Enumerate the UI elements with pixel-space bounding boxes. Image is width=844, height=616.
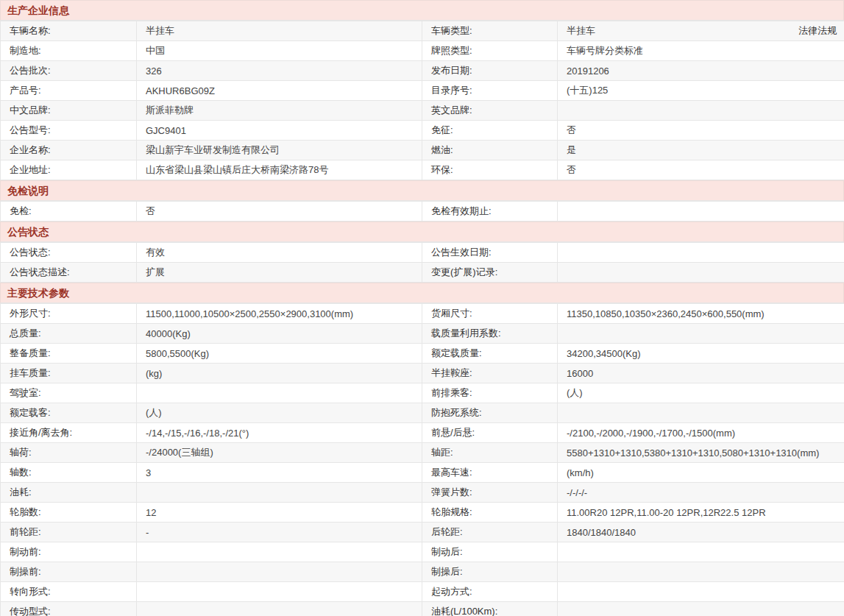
field-value: -/14,-/15,-/16,-/18,-/21(°) (137, 423, 422, 443)
section-announcement-status: 公告状态 公告状态:有效公告生效日期:公告状态描述:扩展变更(扩展)记录: (0, 222, 844, 283)
field-label: 前排乘客: (422, 383, 558, 403)
field-value: 12 (137, 503, 422, 523)
field-label: 免检有效期止: (422, 202, 558, 222)
field-label: 制造地: (1, 41, 137, 61)
field-value: 11.00R20 12PR,11.00-20 12PR,12R22.5 12PR (558, 503, 844, 523)
field-label: 变更(扩展)记录: (422, 263, 558, 283)
field-label: 防抱死系统: (422, 403, 558, 423)
table-row: 接近角/离去角:-/14,-/15,-/16,-/18,-/21(°)前悬/后悬… (1, 423, 844, 443)
table-row: 整备质量:5800,5500(Kg)额定载质量:34200,34500(Kg) (1, 344, 844, 364)
field-value: 否 (558, 121, 844, 141)
field-value (137, 483, 422, 503)
field-label: 车辆类型: (422, 21, 558, 41)
technical-parameters-table: 外形尺寸:11500,11000,10500×2500,2550×2900,31… (0, 303, 844, 616)
field-label: 货厢尺寸: (422, 304, 558, 324)
field-value: 11350,10850,10350×2360,2450×600,550(mm) (558, 304, 844, 324)
field-label: 公告批次: (1, 61, 137, 81)
table-row: 外形尺寸:11500,11000,10500×2500,2550×2900,31… (1, 304, 844, 324)
section-title-technical-parameters: 主要技术参数 (0, 283, 844, 303)
field-label: 油耗(L/100Km): (422, 602, 558, 616)
field-value (558, 562, 844, 582)
field-value: 34200,34500(Kg) (558, 344, 844, 364)
field-value (558, 243, 844, 263)
field-value: 梁山新宇车业研发制造有限公司 (137, 141, 422, 160)
field-value (558, 582, 844, 602)
field-value (137, 582, 422, 602)
table-row: 传动型式:油耗(L/100Km): (1, 602, 844, 616)
field-value: 山东省梁山县梁山镇后庄大桥南梁济路78号 (137, 160, 422, 180)
field-value: 326 (137, 61, 422, 81)
field-value: 有效 (137, 243, 422, 263)
table-row: 公告状态:有效公告生效日期: (1, 243, 844, 263)
field-value (558, 324, 844, 344)
field-value: 扩展 (137, 263, 422, 283)
field-value (558, 542, 844, 562)
table-row: 免检:否免检有效期止: (1, 202, 844, 222)
field-label: 制动后: (422, 542, 558, 562)
field-label: 载质量利用系数: (422, 324, 558, 344)
table-row: 产品号:AKHUR6BG09Z目录序号:(十五)125 (1, 81, 844, 101)
field-value: 40000(Kg) (137, 324, 422, 344)
table-row: 挂车质量:(kg)半挂鞍座:16000 (1, 364, 844, 383)
table-row: 车辆名称:半挂车车辆类型:半挂车法律法规 (1, 21, 844, 41)
field-value (558, 202, 844, 222)
field-value: 中国 (137, 41, 422, 61)
field-value: 半挂车法律法规 (558, 21, 844, 41)
table-row: 企业名称:梁山新宇车业研发制造有限公司燃油:是 (1, 141, 844, 160)
field-value: - (137, 523, 422, 542)
field-label: 目录序号: (422, 81, 558, 101)
field-label: 前悬/后悬: (422, 423, 558, 443)
table-row: 制动前:制动后: (1, 542, 844, 562)
exemption-info-table: 免检:否免检有效期止: (0, 201, 844, 222)
field-value (558, 101, 844, 121)
field-label: 环保: (422, 160, 558, 180)
field-label: 牌照类型: (422, 41, 558, 61)
table-row: 驾驶室:前排乘客:(人) (1, 383, 844, 403)
section-manufacturer-info: 生产企业信息 车辆名称:半挂车车辆类型:半挂车法律法规制造地:中国牌照类型:车辆… (0, 0, 844, 180)
field-label: 企业地址: (1, 160, 137, 180)
table-row: 轮胎数:12轮胎规格:11.00R20 12PR,11.00-20 12PR,1… (1, 503, 844, 523)
field-label: 额定载质量: (422, 344, 558, 364)
field-label: 半挂鞍座: (422, 364, 558, 383)
field-label: 制动前: (1, 542, 137, 562)
field-label: 公告生效日期: (422, 243, 558, 263)
field-value (137, 542, 422, 562)
field-label: 公告状态: (1, 243, 137, 263)
field-value (558, 263, 844, 283)
field-label: 起动方式: (422, 582, 558, 602)
field-value (137, 602, 422, 616)
field-label: 整备质量: (1, 344, 137, 364)
law-link[interactable]: 法律法规 (798, 24, 838, 38)
field-label: 中文品牌: (1, 101, 137, 121)
field-value (558, 403, 844, 423)
field-label: 轴距: (422, 443, 558, 463)
field-label: 最高车速: (422, 463, 558, 483)
field-label: 企业名称: (1, 141, 137, 160)
announcement-status-table: 公告状态:有效公告生效日期:公告状态描述:扩展变更(扩展)记录: (0, 242, 844, 283)
field-value: GJC9401 (137, 121, 422, 141)
field-label: 产品号: (1, 81, 137, 101)
field-label: 英文品牌: (422, 101, 558, 121)
field-value: (kg) (137, 364, 422, 383)
table-row: 制造地:中国牌照类型:车辆号牌分类标准 (1, 41, 844, 61)
field-label: 接近角/离去角: (1, 423, 137, 443)
field-label: 公告状态描述: (1, 263, 137, 283)
section-exemption-info: 免检说明 免检:否免检有效期止: (0, 180, 844, 222)
table-row: 额定载客:(人)防抱死系统: (1, 403, 844, 423)
field-value: 是 (558, 141, 844, 160)
table-row: 油耗:弹簧片数:-/-/-/- (1, 483, 844, 503)
field-value: (人) (558, 383, 844, 403)
field-label: 驾驶室: (1, 383, 137, 403)
field-value: AKHUR6BG09Z (137, 81, 422, 101)
field-label: 燃油: (422, 141, 558, 160)
vehicle-info-page: 生产企业信息 车辆名称:半挂车车辆类型:半挂车法律法规制造地:中国牌照类型:车辆… (0, 0, 844, 616)
field-label: 轴数: (1, 463, 137, 483)
field-value (558, 602, 844, 616)
field-value (137, 562, 422, 582)
field-label: 免检: (1, 202, 137, 222)
field-label: 传动型式: (1, 602, 137, 616)
field-label: 轴荷: (1, 443, 137, 463)
table-row: 中文品牌:斯派菲勒牌英文品牌: (1, 101, 844, 121)
field-label: 油耗: (1, 483, 137, 503)
field-value: -/2100,-/2000,-/1900,-/1700,-/1500(mm) (558, 423, 844, 443)
